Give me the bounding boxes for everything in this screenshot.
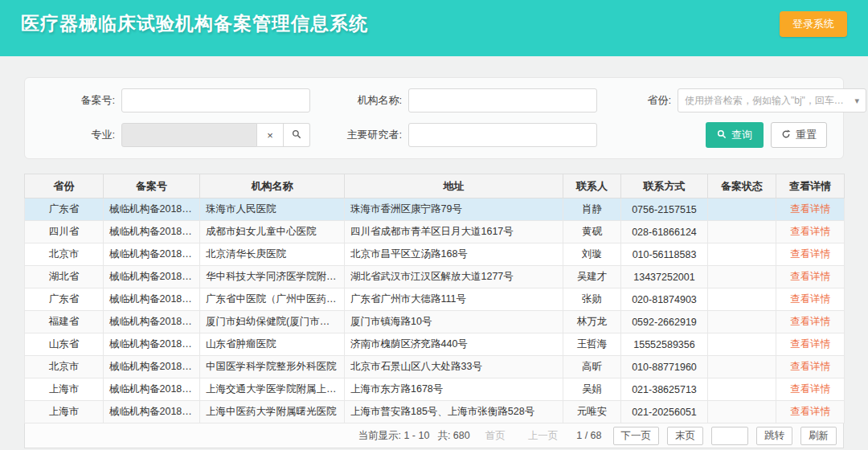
table-row[interactable]: 广东省械临机构备201800005广东省中医院（广州中医药大学第...广东省广州… [25, 288, 845, 311]
org-name-field: 机构名称: [328, 88, 597, 112]
phone-cell: 0756-2157515 [621, 198, 708, 221]
detail-cell: 查看详情 [776, 356, 845, 378]
next-page-button[interactable]: 下一页 [613, 427, 660, 445]
current-display: 当前显示: 1 - 10 [358, 429, 429, 443]
reset-button[interactable]: 重置 [771, 122, 827, 148]
specialty-label: 专业: [41, 128, 121, 142]
jump-page-input[interactable] [711, 427, 748, 445]
researcher-input[interactable] [408, 123, 597, 147]
address-cell: 厦门市镇海路10号 [345, 311, 563, 333]
view-detail-link[interactable]: 查看详情 [790, 271, 830, 282]
filing-no-field: 备案号: [41, 88, 310, 112]
org-name-cell: 珠海市人民医院 [200, 198, 345, 221]
column-header: 备案状态 [708, 174, 776, 198]
refresh-button[interactable]: 刷新 [800, 427, 837, 445]
prev-page-button[interactable]: 上一页 [521, 427, 566, 445]
view-detail-link[interactable]: 查看详情 [790, 203, 830, 215]
last-page-button[interactable]: 末页 [667, 427, 703, 445]
table-row[interactable]: 广东省械临机构备201800001珠海市人民医院珠海市香洲区康宁路79号肖静07… [25, 198, 845, 221]
table-row[interactable]: 湖北省械临机构备201800004华中科技大学同济医学院附属协和医院湖北省武汉市… [25, 266, 845, 288]
jump-button[interactable]: 跳转 [756, 427, 792, 445]
status-cell [708, 311, 776, 333]
contact-cell: 王哲海 [563, 333, 621, 356]
view-detail-link[interactable]: 查看详情 [790, 226, 830, 237]
province-cell: 广东省 [25, 198, 104, 221]
query-button[interactable]: 查询 [706, 122, 764, 148]
contact-cell: 张勋 [563, 288, 621, 311]
province-cell: 上海市 [25, 401, 104, 423]
specialty-input[interactable] [121, 123, 257, 147]
view-detail-link[interactable]: 查看详情 [790, 406, 830, 417]
table-row[interactable]: 北京市械临机构备201800003北京清华长庚医院北京市昌平区立汤路168号刘璇… [25, 243, 845, 266]
province-field: 省份: 使用拼音检索，例如输入"bj"，回车即选... ▾ [597, 88, 866, 112]
search-icon [717, 129, 727, 141]
detail-cell: 查看详情 [776, 288, 845, 311]
first-page-button[interactable]: 首页 [478, 427, 513, 445]
address-cell: 珠海市香洲区康宁路79号 [345, 198, 563, 221]
table-row[interactable]: 上海市械临机构备201800009上海交通大学医学院附属上海儿童...上海市东方… [25, 378, 845, 401]
address-cell: 北京市昌平区立汤路168号 [345, 243, 563, 266]
province-select[interactable]: 使用拼音检索，例如输入"bj"，回车即选... ▾ [678, 88, 866, 112]
table-row[interactable]: 北京市械临机构备201800008中国医学科学院整形外科医院北京市石景山区八大处… [25, 356, 845, 378]
search-row-2: 专业: × 主要研究者: 查询 [41, 122, 827, 148]
contact-cell: 黄砚 [563, 221, 621, 243]
login-button[interactable]: 登录系统 [780, 11, 847, 37]
table-header-row: 省份备案号机构名称地址联系人联系方式备案状态查看详情 [25, 174, 845, 198]
filing-no-cell: 械临机构备201800002 [104, 221, 200, 243]
status-cell [708, 333, 776, 356]
table-row[interactable]: 四川省械临机构备201800002成都市妇女儿童中心医院四川省成都市青羊区日月大… [25, 221, 845, 243]
column-header: 机构名称 [200, 174, 345, 198]
view-detail-link[interactable]: 查看详情 [790, 361, 830, 372]
org-name-cell: 成都市妇女儿童中心医院 [200, 221, 345, 243]
view-detail-link[interactable]: 查看详情 [790, 338, 830, 350]
specialty-search-button[interactable] [284, 123, 310, 147]
phone-cell: 021-38625713 [621, 378, 708, 401]
table-row[interactable]: 上海市械临机构备201800010上海中医药大学附属曙光医院上海市普安路185号… [25, 401, 845, 423]
filing-no-cell: 械临机构备201800005 [104, 288, 200, 311]
contact-cell: 林万龙 [563, 311, 621, 333]
org-name-cell: 中国医学科学院整形外科医院 [200, 356, 345, 378]
status-cell [708, 243, 776, 266]
org-name-label: 机构名称: [328, 93, 408, 108]
phone-cell: 010-56118583 [621, 243, 708, 266]
org-name-input[interactable] [408, 88, 597, 112]
contact-cell: 肖静 [563, 198, 621, 221]
query-button-label: 查询 [731, 128, 752, 142]
app-header: 医疗器械临床试验机构备案管理信息系统 登录系统 [0, 0, 868, 56]
view-detail-link[interactable]: 查看详情 [790, 248, 830, 260]
province-cell: 北京市 [25, 243, 104, 266]
org-name-cell: 华中科技大学同济医学院附属协和医院 [200, 266, 345, 288]
org-name-cell: 厦门市妇幼保健院(厦门市林巧稚... [200, 311, 345, 333]
filing-no-cell: 械临机构备201800009 [104, 378, 200, 401]
specialty-clear-button[interactable]: × [257, 123, 284, 147]
contact-cell: 高昕 [563, 356, 621, 378]
org-name-cell: 广东省中医院（广州中医药大学第... [200, 288, 345, 311]
status-cell [708, 378, 776, 401]
specialty-field: 专业: × [41, 123, 310, 147]
filing-no-cell: 械临机构备201800001 [104, 198, 200, 221]
column-header: 地址 [345, 174, 563, 198]
status-cell [708, 266, 776, 288]
detail-cell: 查看详情 [776, 221, 845, 243]
address-cell: 湖北省武汉市江汉区解放大道1277号 [345, 266, 563, 288]
researcher-label: 主要研究者: [328, 128, 408, 142]
phone-cell: 021-20256051 [621, 401, 708, 423]
table-row[interactable]: 山东省械临机构备201800007山东省肿瘤医院济南市槐荫区济兖路440号王哲海… [25, 333, 845, 356]
view-detail-link[interactable]: 查看详情 [790, 293, 830, 305]
table-body: 广东省械临机构备201800001珠海市人民医院珠海市香洲区康宁路79号肖静07… [25, 198, 845, 423]
table-row[interactable]: 福建省械临机构备201800006厦门市妇幼保健院(厦门市林巧稚...厦门市镇海… [25, 311, 845, 333]
total-count: 共: 680 [437, 429, 469, 443]
filing-no-input[interactable] [121, 88, 310, 112]
contact-cell: 元唯安 [563, 401, 621, 423]
specialty-input-group: × [121, 123, 310, 147]
close-icon: × [267, 129, 273, 141]
view-detail-link[interactable]: 查看详情 [790, 383, 830, 395]
view-detail-link[interactable]: 查看详情 [790, 316, 830, 327]
detail-cell: 查看详情 [776, 243, 845, 266]
detail-cell: 查看详情 [776, 266, 845, 288]
province-cell: 广东省 [25, 288, 104, 311]
address-cell: 四川省成都市青羊区日月大道1617号 [345, 221, 563, 243]
search-icon [292, 129, 301, 141]
phone-cell: 020-81874903 [621, 288, 708, 311]
status-cell [708, 288, 776, 311]
